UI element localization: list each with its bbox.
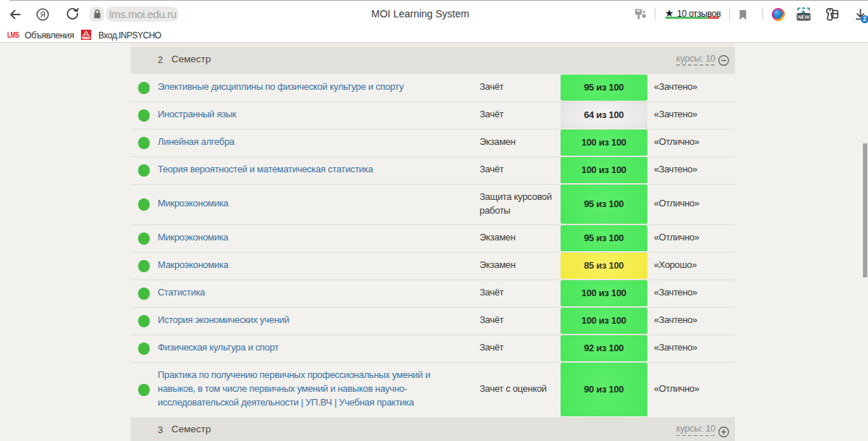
svg-text:Я: Я [40, 11, 45, 19]
svg-text:NEW: NEW [798, 14, 809, 20]
